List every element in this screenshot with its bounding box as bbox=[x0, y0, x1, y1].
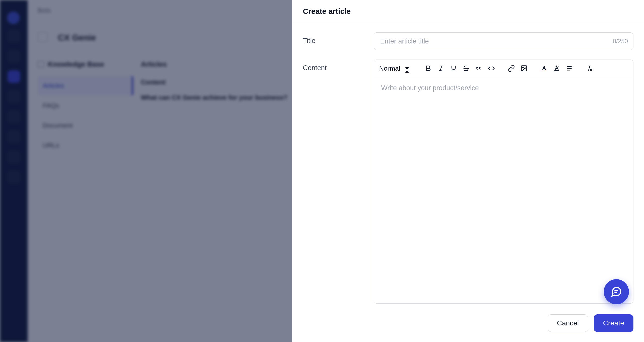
strikethrough-button[interactable] bbox=[461, 63, 471, 73]
list-icon bbox=[566, 65, 573, 72]
blockquote-button[interactable] bbox=[474, 63, 484, 73]
text-color-icon bbox=[541, 65, 548, 72]
bold-button[interactable] bbox=[423, 63, 433, 73]
editor-toolbar: Normal bbox=[374, 60, 633, 77]
highlight-button[interactable] bbox=[552, 63, 562, 73]
svg-point-6 bbox=[522, 67, 524, 68]
drawer-title: Create article bbox=[303, 7, 633, 16]
code-icon bbox=[488, 65, 495, 72]
title-label: Title bbox=[303, 32, 374, 45]
cancel-button[interactable]: Cancel bbox=[548, 314, 588, 332]
content-editor[interactable] bbox=[374, 77, 633, 303]
text-color-button[interactable] bbox=[539, 63, 549, 73]
blockquote-icon bbox=[475, 65, 482, 72]
list-button[interactable] bbox=[564, 63, 574, 73]
drawer-footer: Cancel Create bbox=[292, 308, 644, 342]
drawer-header: Create article bbox=[292, 0, 644, 23]
format-dropdown[interactable]: Normal bbox=[379, 65, 411, 72]
create-button[interactable]: Create bbox=[594, 314, 633, 332]
link-icon bbox=[508, 65, 515, 72]
code-button[interactable] bbox=[486, 63, 496, 73]
title-row: Title 0/250 bbox=[303, 32, 633, 50]
highlight-icon bbox=[553, 65, 560, 72]
content-label: Content bbox=[303, 60, 374, 72]
content-row: Content Normal bbox=[303, 60, 633, 304]
create-article-drawer: Create article Title 0/250 Content Norma… bbox=[292, 0, 644, 342]
bold-icon bbox=[425, 65, 432, 72]
rich-text-editor: Normal bbox=[374, 60, 633, 304]
title-char-counter: 0/250 bbox=[613, 38, 628, 45]
underline-button[interactable] bbox=[449, 63, 459, 73]
strikethrough-icon bbox=[463, 65, 470, 72]
format-label: Normal bbox=[379, 65, 400, 72]
title-input[interactable] bbox=[374, 32, 633, 50]
italic-button[interactable] bbox=[436, 63, 446, 73]
image-icon bbox=[520, 65, 528, 72]
italic-icon bbox=[437, 65, 445, 72]
svg-rect-10 bbox=[554, 70, 559, 71]
chat-icon bbox=[611, 286, 622, 298]
image-button[interactable] bbox=[519, 63, 529, 73]
chevron-updown-icon bbox=[405, 67, 409, 70]
link-button[interactable] bbox=[506, 63, 516, 73]
clear-format-icon bbox=[586, 65, 593, 72]
clear-format-button[interactable] bbox=[584, 63, 594, 73]
underline-icon bbox=[450, 65, 457, 72]
chat-fab[interactable] bbox=[604, 279, 629, 304]
drawer-body: Title 0/250 Content Normal bbox=[292, 23, 644, 308]
svg-line-2 bbox=[440, 66, 442, 71]
